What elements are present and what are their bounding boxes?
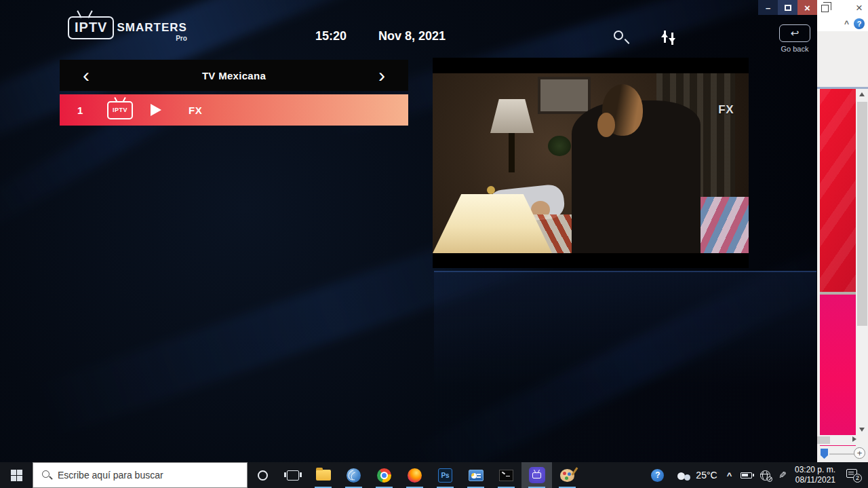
windows-logo-icon [11, 470, 22, 481]
photoshop-button[interactable]: Ps [430, 462, 460, 488]
weather-widget[interactable]: 25°C [676, 470, 717, 481]
tray-date: 08/11/2021 [795, 475, 835, 485]
photoshop-icon: Ps [438, 468, 452, 483]
paint-ribbon: ^ ? [817, 18, 868, 31]
terminal-icon [499, 470, 513, 481]
close-button[interactable]: × [797, 0, 817, 15]
system-app-icon [469, 470, 484, 481]
tv-logo-icon: IPTV [68, 16, 114, 39]
paint-titlebar: × [817, 0, 868, 18]
chrome-button[interactable] [369, 462, 399, 488]
brand-iptv-text: IPTV [75, 20, 107, 35]
brand-pro-text: Pro [176, 35, 187, 42]
globe-app-button[interactable] [338, 462, 369, 488]
horizontal-scroll-thumb[interactable] [817, 436, 830, 444]
cloud-icon [676, 471, 691, 480]
iptv-smarters-button[interactable] [521, 462, 552, 488]
maximize-icon [785, 5, 791, 11]
terminal-button[interactable] [491, 462, 521, 488]
taskbar-search[interactable] [33, 462, 248, 488]
search-icon [41, 470, 52, 481]
paint-icon [560, 469, 574, 482]
chrome-icon [377, 468, 391, 483]
collapse-ribbon-icon[interactable]: ^ [844, 19, 849, 29]
cortana-button[interactable] [248, 462, 277, 488]
channel-logo-icon: IPTV [107, 101, 133, 119]
back-arrow-icon: ↩ [779, 24, 810, 42]
battery-icon[interactable] [741, 472, 752, 478]
task-view-button[interactable] [277, 462, 308, 488]
temperature-text: 25°C [696, 470, 717, 481]
desktop-screen: – × IPTV SMARTERS Pro 15:20 Nov 8, 2021 [0, 0, 868, 488]
restore-icon[interactable] [821, 5, 829, 12]
next-category-icon[interactable]: › [378, 62, 385, 89]
clock-time: 15:20 [315, 29, 347, 43]
firefox-button[interactable] [399, 462, 430, 488]
clock-date: Nov 8, 2021 [378, 29, 446, 43]
paint-canvas-pink [820, 295, 856, 447]
scene-plant [548, 136, 571, 156]
iptv-smarters-window: – × IPTV SMARTERS Pro 15:20 Nov 8, 2021 [0, 0, 817, 462]
go-back-label: Go back [778, 45, 812, 53]
zoom-slider[interactable] [821, 449, 828, 459]
globe-app-icon [347, 468, 361, 483]
get-help-icon[interactable]: ? [651, 469, 664, 482]
horizontal-scrollbar[interactable] [817, 435, 856, 445]
taskbar-clock[interactable]: 03:20 p. m. 08/11/2021 [795, 465, 835, 485]
notification-badge: 2 [853, 474, 862, 483]
app-logo: IPTV SMARTERS Pro [68, 16, 187, 42]
search-icon[interactable] [612, 29, 631, 48]
minimize-button[interactable]: – [758, 0, 778, 15]
category-title: TV Mexicana [202, 70, 266, 81]
hidden-icons-chevron[interactable]: ^ [727, 470, 732, 481]
sort-icon[interactable] [661, 29, 679, 48]
prev-category-icon[interactable]: ‹ [83, 62, 90, 89]
vertical-scroll-thumb[interactable] [857, 102, 867, 326]
channel-watermark: FX [718, 103, 734, 117]
folder-icon [316, 470, 331, 481]
pen-icon[interactable]: ✎ [778, 470, 787, 481]
paint-canvas-red [820, 89, 856, 292]
maximize-button[interactable] [778, 0, 797, 15]
channel-name: FX [189, 105, 202, 116]
help-icon[interactable]: ? [854, 18, 865, 29]
paint-statusbar: + [817, 446, 868, 462]
network-icon[interactable] [760, 470, 770, 481]
scroll-down-icon[interactable] [856, 424, 868, 435]
system-tray: ? 25°C ^ ✎ 03:20 p. m. 08/11/2021 2 [651, 462, 868, 488]
start-button[interactable] [0, 462, 33, 488]
scene-picture-frame [538, 77, 591, 114]
firefox-icon [408, 468, 422, 483]
system-app-button[interactable] [460, 462, 491, 488]
scene-quilt [700, 197, 749, 253]
paint-window: × ^ ? + [817, 0, 868, 462]
iptv-app-icon [529, 467, 545, 483]
paint-close-button[interactable]: × [856, 1, 863, 15]
go-back-button[interactable]: ↩ Go back [778, 24, 812, 53]
epg-panel [434, 271, 816, 462]
action-center-button[interactable]: 2 [846, 469, 860, 481]
paint-button[interactable] [552, 462, 583, 488]
brand-smarters-text: SMARTERS [117, 21, 186, 35]
video-player[interactable]: FX [433, 58, 749, 268]
category-header: ‹ TV Mexicana › [60, 60, 408, 91]
vertical-scrollbar[interactable] [856, 89, 868, 435]
zoom-in-button[interactable]: + [854, 447, 865, 459]
cortana-icon [258, 470, 268, 481]
taskbar: Ps ? 25°C ^ ✎ 03:20 p. m. 08/11/2021 2 [0, 462, 868, 488]
play-icon [151, 104, 161, 116]
video-frame: FX [433, 73, 749, 253]
channel-logo-text: IPTV [113, 107, 127, 113]
scene-background-lamp [490, 99, 534, 133]
task-view-icon [287, 470, 299, 481]
tray-time: 03:20 p. m. [795, 465, 835, 475]
scroll-up-icon[interactable] [856, 89, 868, 100]
channel-row[interactable]: 1 IPTV FX [60, 94, 408, 126]
file-explorer-button[interactable] [308, 462, 338, 488]
app-titlebar: – × [0, 0, 817, 15]
channel-number: 1 [77, 105, 92, 116]
taskbar-search-input[interactable] [58, 470, 247, 481]
